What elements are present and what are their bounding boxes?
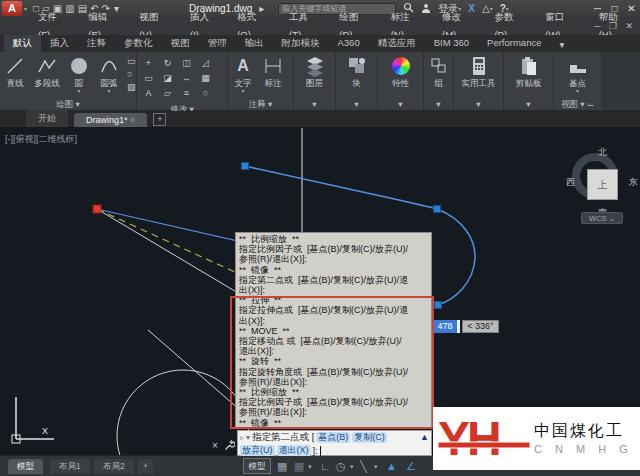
command-history-line: 指定第二点或 [基点(B)/复制(C)/放弃(U)/退 [239,275,428,285]
text-cursor [320,446,321,456]
viewcube-west[interactable]: 西 [566,176,575,189]
polar-tracking-icon[interactable]: ◷ [336,459,346,474]
watermark-code: C N M H G [534,441,633,457]
command-option-base[interactable]: 基点(B) [316,432,350,443]
layout-tab-new[interactable]: + [138,459,153,474]
layout-tab-1[interactable]: 布局1 [50,459,90,474]
watermark-name: 中国煤化工 [534,421,633,441]
layout-tab-model[interactable]: 模型 [8,459,43,474]
command-history-scroll-icon[interactable]: ▲ [420,432,429,442]
grid-display-icon[interactable]: ▦ [277,459,287,474]
wcs-dropdown[interactable]: WCS ⌄ [581,212,623,224]
snap-mode-icon[interactable]: ▦ [294,459,304,474]
grip-point[interactable] [434,206,441,213]
svg-text:YH: YH [438,413,499,465]
viewcube-north[interactable]: 北 [598,146,607,159]
command-line[interactable]: ▹ ▾ 指定第二点或 [ 基点(B) 复制(C) 放弃(U) 退出(X) ]: [237,430,432,456]
command-history-line: 指定比例因子或 [基点(B)/复制(C)/放弃(U)/ [239,244,428,254]
command-prompt-icon[interactable]: ▹ [240,433,244,442]
command-prompt-closing: ]: [313,445,318,456]
command-option-copy[interactable]: 复制(C) [352,432,387,443]
annotation-highlight-box [230,296,434,429]
dynamic-input-angle: < 336° [462,320,499,333]
dynamic-input-distance[interactable]: 478 [433,320,457,333]
command-history-line: 出(X)]: [239,285,428,295]
polar-caret-icon[interactable]: ▾ [350,459,354,474]
watermark: YH 中国煤化工 C N M H G [433,407,640,470]
command-history-line: 参照(R)/退出(X)]: [239,254,428,264]
ortho-mode-icon[interactable]: ∟ [320,459,331,474]
hot-grip-point[interactable] [93,205,101,213]
grip-point[interactable] [435,302,442,309]
command-prompt-caret-icon[interactable]: ▾ [246,433,250,442]
layout-tab-2[interactable]: 布局2 [94,459,134,474]
object-snap-icon[interactable]: ╲ [360,459,367,474]
viewport-controls[interactable]: [-][俯视][二维线框] [5,133,77,146]
command-history-line: ** 镜像 ** [239,265,428,275]
viewcube-top-face[interactable]: 上 [587,169,618,200]
autocad-window: A ▾ □▱▣▥▤↶↷ ▾ Drawing1.dwg ▸ 登录 ▾ X △ ▾ … [0,0,640,476]
grip-point[interactable] [242,163,249,170]
viewcube-east[interactable]: 东 [629,176,638,189]
ucs-x-label: X [42,426,48,436]
ucs-icon[interactable]: X [12,397,54,443]
commandline-wrench-icon[interactable] [224,440,235,453]
annotation-visibility-icon[interactable]: ▲ [386,459,397,474]
commandline-close-icon[interactable]: × [212,440,218,451]
command-prompt-text: 指定第二点或 [ [252,431,314,444]
osnap-caret-icon[interactable]: ▾ [374,459,378,474]
model-space-button[interactable]: 模型 [243,458,271,474]
command-option-exit[interactable]: 退出(X) [277,445,311,456]
annotation-scale-icon[interactable]: ∠ [406,459,416,474]
watermark-logo-icon: YH [438,413,530,465]
command-option-undo[interactable]: 放弃(U) [240,445,275,456]
command-history-line: ** 比例缩放 ** [239,234,428,244]
snap-caret-icon[interactable]: ▾ [308,459,312,474]
dynamic-input-cursor [457,320,460,333]
